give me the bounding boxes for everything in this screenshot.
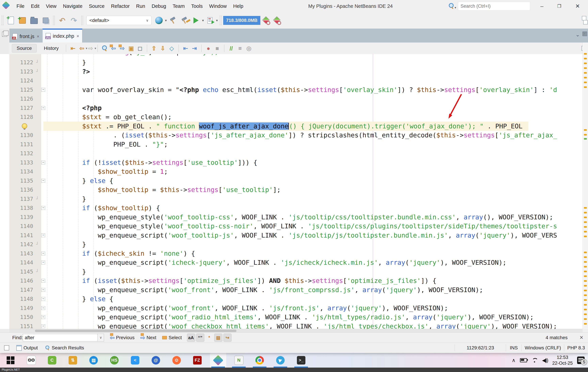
deploy-caret-icon[interactable]: ▾ — [165, 18, 167, 22]
code-line-1134[interactable]: 1134 $show_tooltip = 1; — [0, 167, 583, 176]
code-templates-icon[interactable]: ◎ — [244, 44, 253, 53]
run-project-button[interactable] — [191, 15, 201, 26]
menu-run[interactable]: Run — [133, 3, 148, 9]
notification-center-icon[interactable]: 5 — [577, 357, 585, 364]
garbage-collect-button[interactable] — [261, 16, 270, 25]
maximize-editor-icon[interactable]: ⊞ — [583, 32, 587, 36]
taskbar-thunderbird-icon[interactable]: @ — [148, 353, 164, 368]
horizontal-scrollbar-thumb[interactable] — [35, 330, 236, 332]
volume-icon[interactable]: ◀)) — [542, 357, 548, 363]
maximize-button[interactable]: ❐ — [552, 0, 567, 12]
fold-marker-icon[interactable]: − — [41, 288, 45, 292]
code-line-1149[interactable]: 1149− wp_enqueue_script('woof_front', WO… — [0, 303, 583, 313]
back-icon[interactable]: ⇦ — [77, 44, 86, 53]
taskbar-postman-icon[interactable]: ⊙ — [168, 353, 185, 368]
memory-indicator[interactable]: 718.3/808.0MB — [223, 16, 260, 25]
code-line-1125[interactable]: 1125− var woof_overlay_skin = "<?php ech… — [0, 85, 583, 94]
fold-marker-icon[interactable]: − — [41, 161, 45, 164]
uncomment-icon[interactable]: ≡ — [236, 44, 244, 53]
save-all-button[interactable] — [41, 15, 51, 26]
code-line-1145[interactable]: 1145┘ } — [0, 267, 583, 276]
close-button[interactable]: ✕ — [570, 0, 585, 12]
language-version[interactable]: PHP 8.3 — [564, 345, 588, 351]
menu-edit[interactable]: Edit — [28, 3, 43, 9]
fold-marker-icon[interactable]: − — [41, 179, 45, 183]
code-line-1128[interactable]: 1128 $stxt = ob_get_clean(); — [0, 112, 583, 121]
code-line-1140[interactable]: 1140 wp_enqueue_style('woof_tooltip-css-… — [0, 221, 583, 231]
match-case-icon[interactable]: aA — [187, 333, 195, 342]
config-select[interactable]: <default> ∨ — [86, 16, 151, 25]
quick-search-caret-icon[interactable]: ▾ — [455, 6, 456, 10]
code-line-1144[interactable]: 1144− wp_enqueue_script('icheck-jquery',… — [0, 258, 583, 267]
taskbar-docker-icon[interactable]: ▤ — [85, 353, 102, 368]
code-line-1129[interactable]: $stxt .= PHP_EOL . " function woof_js_af… — [0, 121, 583, 131]
menu-view[interactable]: View — [43, 3, 60, 9]
code-line-1151[interactable]: 1151− wp_enqueue_script('woof_checkbox_h… — [0, 322, 583, 329]
taskbar-telegram-icon[interactable] — [272, 353, 289, 368]
taskbar-netbeans-icon[interactable] — [210, 353, 226, 368]
new-project-button[interactable] — [17, 15, 28, 26]
code-line-1138[interactable]: 1138− if ($show_tooltip) { — [0, 203, 583, 212]
run-caret-icon[interactable]: ▾ — [202, 18, 204, 22]
fold-marker-icon[interactable]: − — [41, 279, 45, 282]
menu-tools[interactable]: Tools — [188, 3, 206, 9]
error-stripe[interactable] — [583, 42, 588, 329]
undo-button[interactable]: ↶ — [57, 15, 67, 26]
find-previous-button[interactable]: ⇦ Previous — [110, 334, 134, 341]
taskbar-start-icon[interactable] — [2, 353, 19, 368]
find-close-icon[interactable]: × — [580, 332, 583, 343]
code-line-1141[interactable]: 1141− wp_enqueue_script('woof_tooltip-js… — [0, 231, 583, 240]
new-file-button[interactable] — [6, 15, 16, 26]
build-project-button[interactable] — [168, 15, 178, 26]
code-line-1131[interactable]: 1131 PHP_EOL . "}"; — [0, 140, 583, 149]
tab-list-caret-icon[interactable]: ⌄ — [576, 32, 580, 38]
menu-team[interactable]: Team — [169, 3, 188, 9]
taskbar-winscp-icon[interactable]: ⇅ — [65, 353, 81, 368]
line-endings[interactable]: Windows (CRLF) — [522, 345, 564, 351]
tab-front.js[interactable]: JSfront.js× — [9, 30, 42, 42]
taskbar-filezilla-icon[interactable]: FZ — [189, 353, 206, 368]
code-line-1133[interactable]: 1133− if (!isset($this->settings['use_to… — [0, 158, 583, 167]
fold-marker-icon[interactable]: − — [41, 261, 45, 264]
shift-right-icon[interactable]: ⇥ — [190, 44, 199, 53]
jump-last-edit-icon[interactable]: ⇤ — [69, 44, 77, 53]
record-macro-icon[interactable]: ● — [204, 44, 213, 53]
toggle-bookmark-icon[interactable]: ◇ — [167, 44, 176, 53]
menu-file[interactable]: File — [13, 3, 28, 9]
code-line-1123[interactable]: 1123┘ ?> — [0, 67, 583, 76]
clean-build-button[interactable] — [179, 15, 189, 26]
menu-window[interactable]: Window — [206, 3, 230, 9]
taskbar-foobar2000-icon[interactable]: ʘʘ — [23, 353, 40, 368]
comment-icon[interactable]: // — [227, 44, 236, 53]
fold-marker-icon[interactable]: − — [41, 306, 45, 310]
code-line-1122[interactable]: 1122┘ } — [0, 58, 583, 67]
code-line-1136[interactable]: 1136 $show_tooltip = $this->settings['us… — [0, 185, 583, 194]
output-tab[interactable]: Output — [23, 345, 38, 351]
insert-mode[interactable]: INS — [506, 345, 522, 351]
taskbar-chrome-icon[interactable] — [252, 353, 268, 368]
profile-gc-button[interactable] — [272, 16, 281, 25]
tab-close-icon[interactable]: × — [77, 33, 79, 39]
fold-marker-icon[interactable]: − — [41, 297, 45, 301]
rectangular-selection-icon[interactable]: ◻ — [136, 44, 145, 53]
forward-icon[interactable]: ⇨ — [86, 44, 95, 53]
select-matches-button[interactable]: Select — [162, 335, 182, 340]
code-line-1126[interactable]: 1126 — [0, 94, 583, 103]
quick-search-icon[interactable] — [449, 3, 454, 9]
taskbar-hs-tool-icon[interactable]: HS — [106, 353, 123, 368]
stop-macro-icon[interactable]: ■ — [213, 44, 222, 53]
minimize-button[interactable]: – — [535, 0, 549, 12]
find-next-button[interactable]: ⇨ Next — [140, 334, 156, 341]
previous-bookmark-icon[interactable]: ⇧ — [149, 44, 158, 53]
toolbar-grid-icon[interactable] — [582, 16, 586, 20]
taskbar-notepad-plus-plus-icon[interactable]: N — [231, 353, 247, 368]
code-editor[interactable]: g['y_'] | y');1122┘ }1123┘ ?>11241125− v… — [0, 54, 588, 329]
code-line-1124[interactable]: 1124 — [0, 76, 583, 85]
redo-button[interactable]: ↷ — [69, 15, 79, 26]
fold-marker-icon[interactable]: − — [41, 106, 45, 110]
wifi-icon[interactable] — [532, 358, 538, 363]
taskbar-camtasia-icon[interactable]: C — [44, 353, 60, 368]
regexp-icon[interactable]: * — [205, 333, 213, 342]
battery-icon[interactable] — [520, 358, 527, 362]
debug-project-button[interactable] — [205, 15, 215, 26]
